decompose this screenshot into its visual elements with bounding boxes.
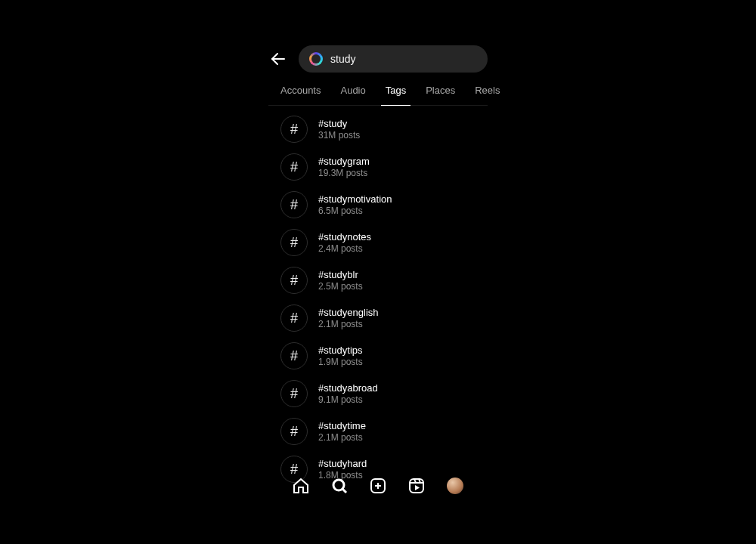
tag-text: #studyblr2.5M posts bbox=[318, 269, 363, 292]
tag-results-list: ##study31M posts##studygram19.3M posts##… bbox=[268, 106, 488, 505]
hashtag-icon: # bbox=[280, 380, 308, 407]
tag-result[interactable]: ##studytime2.1M posts bbox=[268, 413, 488, 450]
hashtag-icon: # bbox=[280, 342, 308, 369]
tab-tags[interactable]: Tags bbox=[386, 85, 406, 105]
tag-text: #studytips1.9M posts bbox=[318, 345, 363, 367]
tag-post-count: 19.3M posts bbox=[318, 168, 370, 178]
hashtag-icon: # bbox=[280, 304, 308, 332]
tag-post-count: 6.5M posts bbox=[318, 206, 392, 216]
hashtag-icon: # bbox=[280, 267, 308, 294]
tag-result[interactable]: ##studyabroad9.1M posts bbox=[268, 375, 488, 413]
arrow-left-icon bbox=[269, 50, 287, 68]
tab-accounts[interactable]: Accounts bbox=[280, 85, 321, 105]
tag-post-count: 2.1M posts bbox=[318, 319, 379, 329]
tag-text: #studyabroad9.1M posts bbox=[318, 382, 378, 405]
tag-post-count: 2.5M posts bbox=[318, 281, 363, 292]
tag-name: #studynotes bbox=[318, 231, 371, 243]
bottom-nav bbox=[268, 467, 488, 505]
tab-audio[interactable]: Audio bbox=[340, 85, 365, 105]
result-tabs: Accounts Audio Tags Places Reels bbox=[268, 80, 488, 106]
hashtag-icon: # bbox=[280, 153, 308, 181]
tag-text: #study31M posts bbox=[318, 118, 360, 141]
tag-result[interactable]: ##study31M posts bbox=[268, 110, 488, 148]
svg-marker-10 bbox=[415, 485, 420, 490]
search-input[interactable]: study bbox=[299, 45, 488, 73]
tag-name: #studytime bbox=[318, 420, 366, 432]
hashtag-icon: # bbox=[280, 191, 308, 218]
tag-name: #studymotivation bbox=[318, 193, 392, 206]
tag-name: #studyenglish bbox=[318, 307, 379, 319]
nav-search[interactable] bbox=[329, 475, 350, 496]
tag-result[interactable]: ##studyenglish2.1M posts bbox=[268, 299, 488, 337]
nav-profile[interactable] bbox=[445, 475, 466, 496]
tag-name: #studytips bbox=[318, 345, 363, 357]
tag-text: #studytime2.1M posts bbox=[318, 420, 366, 443]
app-frame: study Accounts Audio Tags Places Reels #… bbox=[268, 44, 488, 505]
tag-post-count: 2.4M posts bbox=[318, 243, 371, 254]
search-value: study bbox=[330, 53, 355, 65]
tag-text: #studynotes2.4M posts bbox=[318, 231, 371, 254]
hashtag-icon: # bbox=[280, 418, 308, 445]
back-button[interactable] bbox=[268, 49, 288, 69]
plus-square-icon bbox=[369, 477, 387, 495]
tag-post-count: 9.1M posts bbox=[318, 394, 378, 405]
tag-name: #study bbox=[318, 118, 360, 130]
avatar-icon bbox=[447, 478, 463, 494]
tag-text: #studyenglish2.1M posts bbox=[318, 307, 379, 329]
tag-post-count: 31M posts bbox=[318, 130, 360, 141]
tag-result[interactable]: ##studyblr2.5M posts bbox=[268, 261, 488, 299]
tag-result[interactable]: ##studymotivation6.5M posts bbox=[268, 186, 488, 224]
hashtag-icon: # bbox=[280, 229, 308, 256]
tag-name: #studygram bbox=[318, 156, 370, 168]
nav-create[interactable] bbox=[367, 475, 389, 496]
svg-line-2 bbox=[342, 489, 346, 493]
tag-name: #studyabroad bbox=[318, 382, 378, 394]
tag-result[interactable]: ##studytips1.9M posts bbox=[268, 337, 488, 375]
nav-reels[interactable] bbox=[406, 475, 427, 496]
tag-text: #studygram19.3M posts bbox=[318, 156, 370, 178]
tag-text: #studymotivation6.5M posts bbox=[318, 193, 392, 216]
tag-name: #studyblr bbox=[318, 269, 363, 281]
tab-reels[interactable]: Reels bbox=[475, 85, 500, 105]
tag-result[interactable]: ##studynotes2.4M posts bbox=[268, 224, 488, 261]
tag-post-count: 2.1M posts bbox=[318, 432, 366, 443]
search-header: study bbox=[268, 44, 488, 80]
meta-ai-icon bbox=[309, 52, 323, 66]
svg-rect-6 bbox=[410, 479, 423, 493]
nav-home[interactable] bbox=[290, 475, 311, 496]
hashtag-icon: # bbox=[280, 116, 308, 143]
search-icon bbox=[330, 477, 349, 495]
svg-point-1 bbox=[333, 480, 344, 490]
tab-places[interactable]: Places bbox=[426, 85, 455, 105]
reels-icon bbox=[407, 477, 426, 495]
tag-result[interactable]: ##studygram19.3M posts bbox=[268, 148, 488, 186]
home-icon bbox=[292, 477, 310, 495]
tag-post-count: 1.9M posts bbox=[318, 357, 363, 367]
